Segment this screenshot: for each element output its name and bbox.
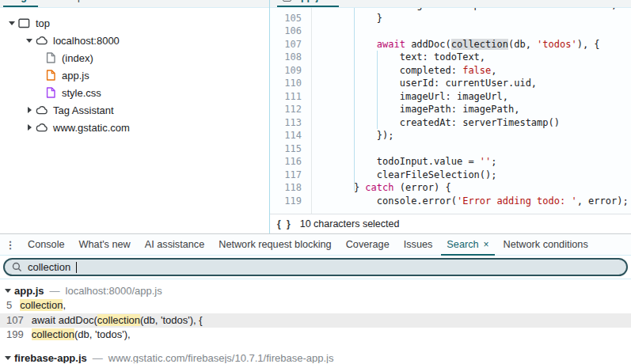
line-number[interactable]: 117 bbox=[270, 169, 306, 182]
code-token: userId: currentUser.uid, bbox=[331, 78, 537, 89]
collapse-arrow-icon[interactable] bbox=[5, 289, 11, 293]
code-line: 113 createdAt: serverTimestamp() bbox=[270, 116, 631, 130]
line-number[interactable]: 114 bbox=[270, 129, 306, 142]
code-token: } bbox=[331, 13, 382, 24]
tree-item-label: top bbox=[36, 17, 50, 29]
code-token: false bbox=[462, 65, 491, 76]
expand-arrow-icon[interactable] bbox=[6, 21, 17, 25]
line-number[interactable]: 116 bbox=[270, 155, 306, 169]
code-token: ), { bbox=[577, 39, 600, 50]
line-number[interactable]: 107 bbox=[270, 38, 306, 51]
tree-item--index-[interactable]: (index) bbox=[0, 49, 269, 66]
tree-item-label: localhost:8000 bbox=[53, 35, 120, 47]
tab-app-js[interactable]: app.js × bbox=[277, 0, 339, 7]
code-line-text[interactable]: text: todoText, bbox=[306, 51, 485, 64]
match-text: (db, 'todos'), { bbox=[140, 314, 203, 326]
code-line-text[interactable]: clearFileSelection(); bbox=[306, 169, 497, 182]
more-tabs-icon[interactable]: » bbox=[168, 0, 183, 7]
code-line-text[interactable]: createdAt: serverTimestamp() bbox=[306, 116, 560, 130]
tree-item-app-js[interactable]: app.js bbox=[0, 66, 269, 84]
expand-arrow-icon[interactable] bbox=[24, 124, 35, 131]
code-line-text[interactable]: imagePath: imagePath, bbox=[306, 103, 519, 116]
tab-close-icon[interactable]: × bbox=[484, 234, 489, 256]
code-line-text[interactable]: userId: currentUser.uid, bbox=[306, 77, 537, 90]
tree-item-www-gstatic-com[interactable]: www.gstatic.com bbox=[0, 119, 269, 136]
line-number[interactable]: 112 bbox=[270, 103, 306, 116]
code-line: 108 text: todoText, bbox=[270, 51, 631, 64]
code-line: 111 imageUrl: imageUrl, bbox=[270, 90, 631, 104]
code-line-text[interactable]: } catch (error) { bbox=[306, 181, 451, 195]
tree-item-tag-assistant[interactable]: Tag Assistant bbox=[0, 101, 269, 119]
code-token: createdAt: serverTimestamp() bbox=[331, 117, 560, 128]
code-token: ; bbox=[491, 156, 496, 167]
drawer-tab-label: Network request blocking bbox=[219, 234, 331, 256]
separator-dash: — bbox=[93, 352, 103, 364]
tree-item-style-css[interactable]: style.css bbox=[0, 84, 269, 101]
code-line-text[interactable]: } bbox=[306, 12, 382, 25]
code-line-text[interactable] bbox=[306, 142, 331, 156]
drawer-tab-ai-assistance[interactable]: AI assistance bbox=[138, 234, 211, 256]
line-number[interactable]: 119 bbox=[270, 195, 306, 208]
search-match-row[interactable]: 107await addDoc(collection(db, 'todos'),… bbox=[0, 313, 631, 328]
code-line-text[interactable]: }); bbox=[306, 129, 393, 142]
tree-item-label: Tag Assistant bbox=[53, 104, 114, 116]
line-number[interactable]: 113 bbox=[270, 116, 306, 130]
search-input[interactable]: collection bbox=[3, 258, 628, 276]
code-line: 115 bbox=[270, 142, 631, 156]
drawer-tab-coverage[interactable]: Coverage bbox=[339, 234, 397, 256]
code-line: 114 }); bbox=[270, 129, 631, 142]
line-number[interactable]: 110 bbox=[270, 77, 306, 90]
drawer: ⋮ConsoleWhat's newAI assistanceNetwork r… bbox=[0, 234, 631, 363]
line-number[interactable]: 115 bbox=[270, 142, 306, 156]
cloud-icon bbox=[35, 123, 48, 132]
code-line: 116 todoInput.value = ''; bbox=[270, 155, 631, 169]
expand-arrow-icon[interactable] bbox=[24, 39, 35, 43]
drawer-tab-console[interactable]: Console bbox=[21, 234, 72, 256]
drawer-tab-label: Network conditions bbox=[504, 234, 588, 256]
result-file-header[interactable]: app.js—localhost:8000/app.js bbox=[0, 283, 631, 298]
line-number[interactable]: 109 bbox=[270, 64, 306, 78]
code-editor[interactable]: 104 imagePath = uploadResult.ref.fullPat… bbox=[270, 8, 631, 214]
code-line-text[interactable] bbox=[306, 25, 331, 38]
match-highlight: collection bbox=[32, 328, 74, 340]
code-token: imagePath = uploadResult.ref.fullPath; bbox=[331, 8, 617, 10]
drawer-tab-what-s-new[interactable]: What's new bbox=[72, 234, 138, 256]
navigator-tab-overrides[interactable]: Overrides bbox=[108, 0, 168, 7]
match-text: , bbox=[63, 299, 66, 311]
line-number[interactable]: 118 bbox=[270, 181, 306, 195]
line-number[interactable]: 108 bbox=[270, 51, 306, 64]
devtools-window: PageWorkspaceOverrides»⌄ toplocalhost:80… bbox=[0, 0, 631, 364]
code-line-text[interactable]: imageUrl: imageUrl, bbox=[306, 90, 508, 104]
drawer-tab-issues[interactable]: Issues bbox=[397, 234, 440, 256]
frame-icon bbox=[17, 18, 31, 28]
search-results: app.js—localhost:8000/app.js5collection,… bbox=[0, 279, 631, 363]
code-line: 118 } catch (error) { bbox=[270, 181, 631, 195]
file-icon bbox=[44, 52, 57, 63]
overflow-menu-icon[interactable]: ⋮ bbox=[0, 239, 21, 251]
line-number[interactable]: 105 bbox=[270, 12, 306, 25]
code-line-text[interactable]: todoInput.value = ''; bbox=[306, 155, 497, 169]
search-match-row[interactable]: 199collection(db, 'todos'), bbox=[0, 328, 631, 343]
drawer-tab-network-request-blocking[interactable]: Network request blocking bbox=[211, 234, 338, 256]
code-line-text[interactable]: await addDoc(collection(db, 'todos'), { bbox=[306, 38, 600, 51]
code-line-text[interactable]: completed: false, bbox=[306, 64, 497, 78]
navigator-tab-page[interactable]: Page bbox=[0, 0, 41, 7]
drawer-tab-network-conditions[interactable]: Network conditions bbox=[496, 234, 595, 256]
line-number[interactable]: 111 bbox=[270, 90, 306, 104]
code-line-text[interactable]: console.error('Error adding todo: ', err… bbox=[306, 195, 629, 208]
tree-item-top[interactable]: top bbox=[0, 14, 269, 32]
collapse-arrow-icon[interactable] bbox=[5, 356, 11, 360]
expand-arrow-icon[interactable] bbox=[24, 107, 35, 113]
chevron-down-icon[interactable]: ⌄ bbox=[245, 0, 253, 7]
code-token: addDoc( bbox=[405, 39, 451, 50]
drawer-tab-label: What's new bbox=[79, 234, 131, 256]
match-highlight: collection bbox=[20, 299, 63, 311]
line-number[interactable]: 106 bbox=[270, 25, 306, 38]
search-match-row[interactable]: 5collection, bbox=[0, 298, 631, 313]
code-token: 'Error adding todo: ' bbox=[457, 195, 577, 207]
navigator-tab-workspace[interactable]: Workspace bbox=[41, 0, 108, 7]
tree-item-localhost-8000[interactable]: localhost:8000 bbox=[0, 32, 269, 49]
drawer-tab-search[interactable]: Search× bbox=[439, 234, 496, 256]
result-file-header[interactable]: firebase-app.js—www.gstatic.com/firebase… bbox=[0, 351, 631, 364]
tab-close-icon[interactable]: × bbox=[328, 0, 333, 2]
